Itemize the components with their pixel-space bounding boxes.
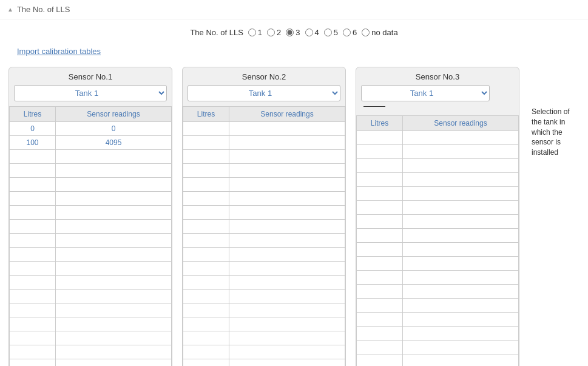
table-row <box>183 276 345 290</box>
sensor1-tank-select[interactable]: Tank 1 Tank 2 Tank 3 <box>14 85 167 101</box>
table-row <box>183 150 345 164</box>
table-row <box>357 159 519 173</box>
table-row <box>10 276 172 290</box>
sensor-card-1: Sensor No.1 Tank 1 Tank 2 Tank 3 Litres … <box>8 67 172 366</box>
table-row <box>357 173 519 187</box>
lls-option-1[interactable]: 1 <box>248 28 262 37</box>
table-row <box>183 345 345 359</box>
table-row <box>183 248 345 262</box>
lls-option-6[interactable]: 6 <box>343 28 357 37</box>
table-row <box>357 201 519 215</box>
table-row <box>10 331 172 345</box>
sensor3-tank-dropdown[interactable]: Tank 1 Tank 2 Tank 3 <box>361 85 490 101</box>
table-row <box>183 164 345 178</box>
table-row <box>183 136 345 150</box>
table-row <box>357 313 519 327</box>
table-row <box>10 206 172 220</box>
sensor1-col-readings: Sensor readings <box>55 107 171 122</box>
table-row <box>10 317 172 331</box>
table-row <box>357 285 519 299</box>
import-calibration-tables-link[interactable]: Import calibration tables <box>8 44 109 62</box>
sensors-area: Sensor No.1 Tank 1 Tank 2 Tank 3 Litres … <box>0 67 588 366</box>
table-row: 0 0 <box>10 122 172 136</box>
sensor2-table: Litres Sensor readings <box>183 106 345 366</box>
arrow-icon: ▲ <box>7 6 13 13</box>
sensor2-col-readings: Sensor readings <box>229 107 345 122</box>
table-row <box>10 345 172 359</box>
sensor-card-2: Sensor No.2 Tank 1 Tank 2 Tank 3 Litres … <box>182 67 346 366</box>
table-row <box>10 220 172 234</box>
sensor1-col-litres: Litres <box>10 107 56 122</box>
sensor2-tank-dropdown[interactable]: Tank 1 Tank 2 Tank 3 <box>188 85 340 101</box>
sensor3-col-litres: Litres <box>357 116 403 131</box>
table-row <box>10 248 172 262</box>
table-row <box>357 229 519 243</box>
table-row <box>183 192 345 206</box>
table-row <box>183 178 345 192</box>
table-row <box>357 354 519 367</box>
sensor3-table: Litres Sensor readings <box>356 115 519 366</box>
lls-option-nodata[interactable]: no data <box>362 28 397 37</box>
table-row <box>10 262 172 276</box>
sensor2-col-litres: Litres <box>183 107 229 122</box>
lls-option-3[interactable]: 3 <box>286 28 300 37</box>
table-row <box>357 243 519 257</box>
table-row <box>357 215 519 229</box>
table-row <box>183 122 345 136</box>
sensor3-header: Sensor No.3 <box>356 67 519 85</box>
table-row <box>183 290 345 303</box>
table-row <box>357 299 519 313</box>
tooltip-area: Selection of the tank in which the senso… <box>532 76 580 158</box>
table-row <box>10 290 172 303</box>
table-row <box>357 187 519 201</box>
sensor-card-3: Sensor No.3 Tank 1 Tank 2 Tank 3 Litres … <box>356 67 519 366</box>
table-row <box>183 359 345 367</box>
page-title: ▲ The No. of LLS <box>0 0 588 19</box>
table-row <box>183 331 345 345</box>
lls-option-2[interactable]: 2 <box>267 28 281 37</box>
lls-option-5[interactable]: 5 <box>324 28 338 37</box>
table-row <box>183 220 345 234</box>
table-row <box>183 303 345 317</box>
sensor2-header: Sensor No.2 <box>183 67 345 85</box>
table-row <box>357 341 519 354</box>
table-row <box>10 359 172 367</box>
lls-selector-row: The No. of LLS 1 2 3 4 5 6 no data <box>0 19 588 43</box>
table-row <box>10 192 172 206</box>
table-row <box>10 303 172 317</box>
table-row <box>10 178 172 192</box>
table-row <box>357 257 519 271</box>
table-row <box>183 234 345 248</box>
lls-selector-label: The No. of LLS <box>190 28 243 37</box>
table-row <box>183 317 345 331</box>
table-row <box>10 150 172 164</box>
sensor2-tank-select[interactable]: Tank 1 Tank 2 Tank 3 <box>188 85 340 101</box>
sensor1-table: Litres Sensor readings 0 0 100 4095 <box>9 106 172 366</box>
table-row <box>357 145 519 159</box>
lls-option-4[interactable]: 4 <box>305 28 319 37</box>
table-row: 100 4095 <box>10 136 172 150</box>
table-row <box>183 262 345 276</box>
table-row <box>357 327 519 341</box>
sensor1-tank-dropdown[interactable]: Tank 1 Tank 2 Tank 3 <box>14 85 167 101</box>
sensor3-tank-select[interactable]: Tank 1 Tank 2 Tank 3 <box>361 85 514 110</box>
table-row <box>10 234 172 248</box>
table-row <box>357 131 519 145</box>
table-row <box>357 271 519 285</box>
sensor1-header: Sensor No.1 <box>9 67 172 85</box>
tooltip-text: Selection of the tank in which the senso… <box>532 107 580 158</box>
table-row <box>10 164 172 178</box>
sensor3-col-readings: Sensor readings <box>402 116 518 131</box>
table-row <box>183 206 345 220</box>
